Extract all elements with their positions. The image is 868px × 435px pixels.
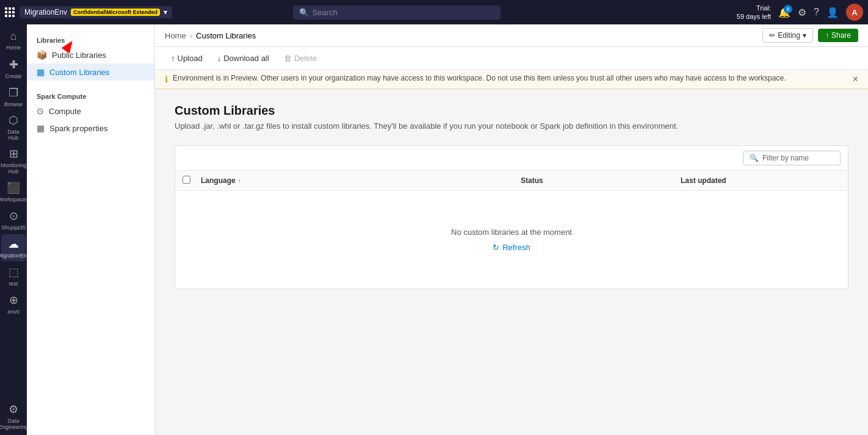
delete-icon: 🗑 <box>284 54 292 63</box>
sidebar-item-public-libraries[interactable]: 📦 Public Libraries <box>27 46 154 63</box>
nav-monitoring-label: Monitoring Hub <box>1 162 26 174</box>
page-title: Custom Libraries <box>175 104 848 118</box>
editing-label: Editing <box>778 31 800 40</box>
share-button[interactable]: ↑ Share <box>818 29 858 42</box>
waffle-icon <box>5 7 15 17</box>
sidebar-item-test[interactable]: ⬚ test <box>1 262 26 289</box>
shujaja-icon: ⊙ <box>9 209 18 223</box>
nav-shujaja-label: Shujaja35 <box>1 225 26 231</box>
nav-test-label: test <box>9 281 18 287</box>
table-header: Language ↑ Status Last updated <box>175 171 848 191</box>
search-input[interactable] <box>313 8 494 17</box>
sidebar-item-home[interactable]: ⌂ Home <box>1 27 26 54</box>
custom-lib-label: Custom Libraries <box>49 68 109 77</box>
editing-button[interactable]: ✏ Editing ▾ <box>762 28 813 43</box>
browse-icon: ❐ <box>9 86 18 99</box>
nav-datahub-label: Data Hub <box>2 129 24 141</box>
filter-icon: 🔍 <box>750 154 759 162</box>
pencil-icon: ✏ <box>769 31 775 40</box>
home-icon: ⌂ <box>10 30 17 43</box>
spark-props-label: Spark properties <box>49 124 107 133</box>
notifications-button[interactable]: 🔔 8 <box>778 7 790 18</box>
upload-icon: ↑ <box>171 54 175 63</box>
libraries-section-title: Libraries <box>27 32 154 46</box>
search-icon: 🔍 <box>299 8 309 17</box>
nav-workspaces-label: Workspaces <box>0 196 27 203</box>
nav-de-label: Data Engineering <box>0 418 27 430</box>
sidebar-item-custom-libraries[interactable]: ▦ Custom Libraries <box>27 63 154 81</box>
sidebar-item-datahub[interactable]: ⬡ Data Hub <box>1 111 26 143</box>
notif-count: 8 <box>784 5 792 13</box>
breadcrumb-bar: Home › Custom Libraries ✏ Editing ▾ ↑ Sh… <box>155 24 868 47</box>
download-all-button[interactable]: ↓ Download all <box>211 51 275 66</box>
refresh-button[interactable]: ↻ Refresh <box>493 243 530 252</box>
sidebar-item-data-engineering[interactable]: ⚙ Data Engineering <box>1 400 26 433</box>
public-lib-label: Public Libraries <box>52 51 106 60</box>
upload-label: Upload <box>178 54 203 63</box>
sidebar-item-env0[interactable]: ⊕ env0 <box>1 290 26 317</box>
sidebar-item-browse[interactable]: ❐ Browse <box>1 83 26 110</box>
compute-label: Compute <box>49 107 81 116</box>
delete-label: Delete <box>294 54 317 63</box>
refresh-label: Refresh <box>502 243 530 252</box>
avatar[interactable]: A <box>846 4 863 21</box>
action-bar: ↑ Upload ↓ Download all 🗑 Delete <box>155 47 868 70</box>
sidebar-item-spark-properties[interactable]: ▦ Spark properties <box>27 120 154 137</box>
app-layout: ⌂ Home ✚ Create ❐ Browse ⬡ Data Hub ⊞ Mo… <box>0 24 868 435</box>
select-all-checkbox[interactable] <box>183 176 201 185</box>
top-nav: MigrationEnv Confidential\Microsoft Exte… <box>0 0 868 24</box>
top-nav-right: Trial: 59 days left 🔔 8 ⚙ ? 👤 A <box>737 4 863 21</box>
search-bar[interactable]: 🔍 <box>293 5 501 20</box>
warning-close-button[interactable]: × <box>853 74 858 85</box>
sidebar-item-compute[interactable]: ⊙ Compute <box>27 102 154 120</box>
datahub-icon: ⬡ <box>9 113 18 127</box>
nav-migration-label: MigrationEnv <box>0 253 27 259</box>
sidebar-item-workspaces[interactable]: ⬛ Workspaces <box>1 178 26 205</box>
column-header-language: Language ↑ <box>201 176 521 185</box>
breadcrumb-separator: › <box>190 31 192 40</box>
settings-button[interactable]: ⚙ <box>798 7 806 18</box>
checkbox-select-all[interactable] <box>183 176 190 184</box>
env-switcher[interactable]: MigrationEnv Confidential\Microsoft Exte… <box>20 6 172 18</box>
sidebar-item-create[interactable]: ✚ Create <box>1 55 26 82</box>
nav-create-label: Create <box>5 73 21 79</box>
refresh-icon: ↻ <box>493 243 499 252</box>
warning-text: Environment is in Preview. Other users i… <box>173 74 786 82</box>
download-icon: ↓ <box>217 54 222 63</box>
warning-banner: ℹ Environment is in Preview. Other users… <box>155 70 868 89</box>
breadcrumb-home[interactable]: Home <box>165 31 186 40</box>
table-empty-state: No custom libraries at the moment ↻ Refr… <box>175 191 848 289</box>
empty-message: No custom libraries at the moment <box>451 228 572 237</box>
delete-button[interactable]: 🗑 Delete <box>278 51 324 66</box>
nav-env0-label: env0 <box>7 309 20 315</box>
custom-lib-icon: ▦ <box>37 67 45 77</box>
env-name: MigrationEnv <box>24 8 67 16</box>
filter-input[interactable]: 🔍 Filter by name <box>743 151 841 165</box>
sidebar-item-monitoring[interactable]: ⊞ Monitoring Hub <box>1 145 26 177</box>
download-all-label: Download all <box>223 54 269 63</box>
editing-chevron: ▾ <box>803 31 806 40</box>
breadcrumb-current: Custom Libraries <box>196 31 256 40</box>
monitoring-icon: ⊞ <box>9 147 18 160</box>
upload-button[interactable]: ↑ Upload <box>165 51 209 66</box>
test-icon: ⬚ <box>9 265 19 279</box>
trial-info: Trial: 59 days left <box>737 4 771 21</box>
nav-home-label: Home <box>6 45 21 51</box>
spark-section-title: Spark Compute <box>27 88 154 102</box>
filter-placeholder: Filter by name <box>762 154 809 162</box>
chevron-down-icon: ▾ <box>164 8 167 16</box>
icon-nav: ⌂ Home ✚ Create ❐ Browse ⬡ Data Hub ⊞ Mo… <box>0 24 27 435</box>
help-button[interactable]: ? <box>814 7 819 18</box>
account-button[interactable]: 👤 <box>826 7 839 18</box>
waffle-menu[interactable] <box>5 7 15 17</box>
workspaces-icon: ⬛ <box>7 181 20 195</box>
main-content: Home › Custom Libraries ✏ Editing ▾ ↑ Sh… <box>155 24 868 435</box>
sidebar-item-shujaja35[interactable]: ⊙ Shujaja35 <box>1 206 26 233</box>
column-header-status: Status <box>521 176 681 185</box>
sidebar-item-migrationenv[interactable]: ☁ MigrationEnv <box>1 234 26 261</box>
sort-icon[interactable]: ↑ <box>238 178 241 184</box>
breadcrumb: Home › Custom Libraries <box>165 31 256 40</box>
sidebar: Libraries 📦 Public Libraries ▦ Custom Li… <box>27 24 155 435</box>
sensitivity-badge: Confidential\Microsoft Extended <box>71 9 160 16</box>
spark-props-icon: ▦ <box>37 123 45 133</box>
